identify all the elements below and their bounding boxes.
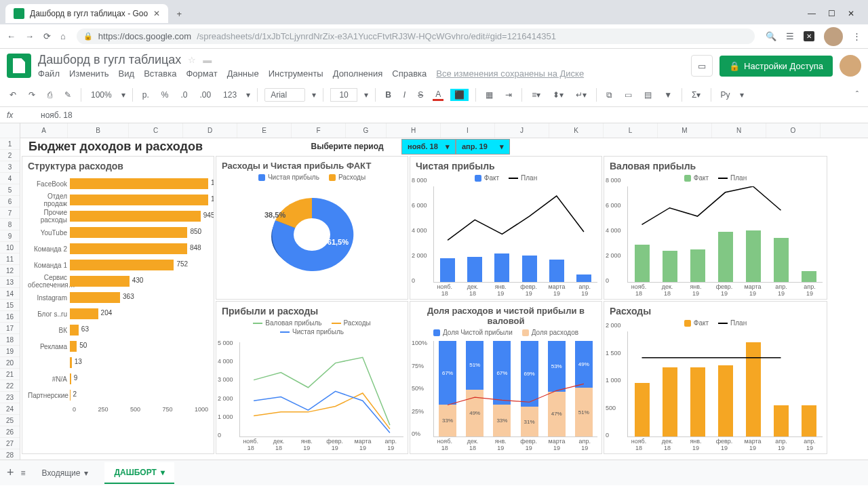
undo-icon[interactable]: ↶ — [7, 89, 19, 101]
dashboard: Бюджет доходов и расходов Выберите перио… — [20, 138, 868, 454]
print-icon[interactable]: ⎙ — [45, 89, 55, 101]
wrap-icon[interactable]: ↵▾ — [573, 89, 589, 101]
maximize-icon[interactable]: ☐ — [828, 9, 835, 18]
user-avatar[interactable] — [840, 55, 861, 77]
tab-title: Дашборд в гугл таблицах - Goo — [30, 9, 148, 18]
folder-icon[interactable]: ▬ — [203, 55, 212, 65]
paint-icon[interactable]: ✎ — [62, 89, 74, 101]
dashboard-title: Бюджет доходов и расходов — [22, 140, 293, 154]
svg-point-1 — [294, 218, 330, 251]
bold-btn[interactable]: B — [382, 89, 394, 101]
address-bar: ← → ⟳ ⌂ 🔒 https://docs.google.com/spread… — [0, 24, 868, 49]
add-sheet-icon[interactable]: + — [7, 466, 14, 480]
puzzle-icon[interactable]: ☰ — [786, 31, 794, 41]
dec0-btn[interactable]: .0 — [178, 89, 190, 101]
menu-bar: Файл Изменить Вид Вставка Формат Данные … — [38, 68, 584, 79]
url-host: https://docs.google.com — [98, 31, 191, 41]
menu-data[interactable]: Данные — [227, 68, 259, 79]
merge-icon[interactable]: ⇥ — [502, 89, 515, 101]
period-to-select[interactable]: апр. 19▾ — [456, 139, 510, 155]
browser-avatar[interactable] — [824, 27, 843, 46]
menu-help[interactable]: Справка — [392, 68, 427, 79]
dec00-btn[interactable]: .00 — [197, 89, 214, 101]
halign-icon[interactable]: ≡▾ — [529, 89, 543, 101]
row-headers: 1234567891011121314151617181920212223242… — [0, 123, 20, 460]
chart-share-stacked: Доля расходов и чистой прибыли в валовой… — [410, 301, 602, 454]
sheet-tab-1[interactable]: Входящие▾ — [33, 463, 98, 483]
kebab-icon[interactable]: ⋮ — [852, 31, 861, 41]
search-icon[interactable]: 🔍 — [766, 31, 776, 41]
redo-icon[interactable]: ↷ — [26, 89, 38, 101]
new-tab-button[interactable]: + — [171, 5, 187, 22]
period-from-select[interactable]: нояб. 18▾ — [401, 139, 456, 155]
doc-title[interactable]: Дашборд в гугл таблицах — [38, 53, 181, 67]
formula-value[interactable]: нояб. 18 — [41, 110, 73, 120]
saved-status: Все изменения сохранены на Диске — [436, 68, 584, 79]
home-icon[interactable]: ⌂ — [60, 31, 66, 41]
italic-btn[interactable]: I — [401, 89, 408, 101]
num-format-btn[interactable]: 123 — [220, 89, 239, 101]
menu-file[interactable]: Файл — [38, 68, 60, 79]
chart-title: Расходы и Чистая прибыль ФАКТ — [222, 161, 402, 171]
sigma-icon[interactable]: Σ▾ — [689, 89, 703, 101]
chart-icon[interactable]: ▤ — [642, 89, 654, 101]
url-path: /spreadsheets/d/1xJbTcLjynrdNrZix-e3A1Yu… — [197, 31, 556, 41]
sheets-header: Дашборд в гугл таблицах ☆ ▬ Файл Изменит… — [0, 49, 868, 83]
lock-icon: 🔒 — [729, 61, 740, 71]
menu-edit[interactable]: Изменить — [69, 68, 109, 79]
chart-net-profit: Чистая прибыль Факт План 02 0004 0006 00… — [410, 156, 602, 300]
sheets-logo-icon[interactable] — [7, 54, 31, 78]
close-icon[interactable]: ✕ — [153, 9, 160, 18]
fx-label: fx — [7, 110, 27, 120]
chart-pnl-lines: Прибыли и расходы Валовая прибыль Расход… — [216, 301, 408, 454]
comment-icon[interactable]: ▭ — [622, 89, 635, 101]
lock-icon: 🔒 — [83, 32, 93, 41]
font-select[interactable]: Arial — [264, 88, 305, 102]
menu-format[interactable]: Формат — [186, 68, 217, 79]
forward-icon[interactable]: → — [25, 31, 34, 41]
chart-gross-profit: Валовая прибыль Факт План 02 0004 0006 0… — [604, 156, 827, 300]
zoom-select[interactable]: 100% — [88, 89, 115, 101]
menu-tools[interactable]: Инструменты — [269, 68, 323, 79]
borders-icon[interactable]: ▦ — [483, 89, 496, 101]
menu-view[interactable]: Вид — [119, 68, 135, 79]
window-controls: — ☐ ✕ — [808, 9, 863, 18]
back-icon[interactable]: ← — [7, 31, 16, 41]
chart-structure: Структура расходов FaceBook1014Отдел про… — [22, 156, 214, 454]
sheet-tab-2[interactable]: ДАШБОРТ▾ — [104, 462, 174, 484]
col-headers: ABCDEFGHIJKLMNO — [20, 123, 868, 138]
share-button[interactable]: 🔒 Настройки Доступа — [719, 56, 833, 77]
size-select[interactable]: 10 — [330, 88, 357, 102]
filter-icon[interactable]: ▼ — [661, 89, 675, 101]
reload-icon[interactable]: ⟳ — [43, 31, 51, 41]
menu-addons[interactable]: Дополнения — [333, 68, 383, 79]
currency-btn[interactable]: р. — [140, 89, 152, 101]
lang-btn[interactable]: Ру — [718, 89, 733, 101]
toolbar: ↶ ↷ ⎙ ✎ 100%▾ р. % .0 .00 123▾ Arial▾ 10… — [0, 83, 868, 107]
percent-btn[interactable]: % — [159, 89, 172, 101]
close-window-icon[interactable]: ✕ — [848, 9, 854, 18]
strike-btn[interactable]: S — [415, 89, 426, 101]
sheets-favicon — [14, 8, 24, 19]
chart-donut: Расходы и Чистая прибыль ФАКТ Чистая при… — [216, 156, 408, 300]
valign-icon[interactable]: ⬍▾ — [550, 89, 566, 101]
sheet-tabs: + ≡ Входящие▾ ДАШБОРТ▾ — [0, 460, 868, 485]
url-input[interactable]: 🔒 https://docs.google.com/spreadsheets/d… — [77, 28, 755, 44]
chart-expenses: Расходы Факт План 05001 0001 5002 000 но… — [604, 301, 827, 454]
formula-bar: fx нояб. 18 — [0, 107, 868, 123]
browser-tab[interactable]: Дашборд в гугл таблицах - Goo ✕ — [5, 4, 168, 23]
text-color-btn[interactable]: A — [433, 88, 443, 101]
link-icon[interactable]: ⧉ — [604, 89, 615, 101]
period-label: Выберите период — [293, 142, 401, 151]
minimize-icon[interactable]: — — [808, 9, 816, 18]
comments-icon[interactable]: ▭ — [691, 55, 713, 77]
menu-insert[interactable]: Вставка — [144, 68, 176, 79]
star-icon[interactable]: ☆ — [188, 55, 196, 65]
browser-tab-bar: Дашборд в гугл таблицах - Goo ✕ + — ☐ ✕ — [0, 0, 868, 24]
extension-icon[interactable]: ✕ — [804, 31, 814, 41]
all-sheets-icon[interactable]: ≡ — [21, 468, 26, 478]
fill-color-btn[interactable]: ⬛ — [450, 89, 469, 101]
collapse-icon[interactable]: ˆ — [853, 89, 861, 101]
